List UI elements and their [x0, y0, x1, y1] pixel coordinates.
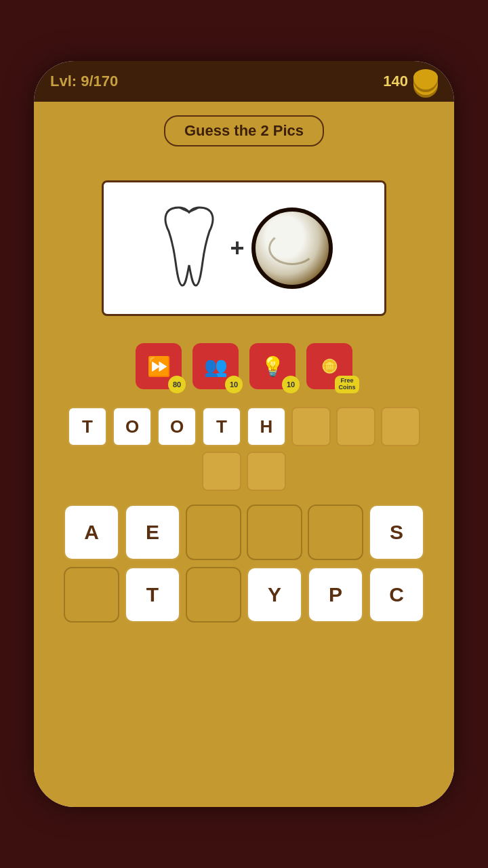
key-empty-5 [186, 567, 241, 623]
skip-hint-button[interactable]: ⏩ 80 [136, 343, 182, 389]
coin-stack-icon [413, 69, 438, 90]
skip-icon: ⏩ [147, 355, 171, 378]
answer-cell-2[interactable]: O [113, 407, 152, 446]
key-empty-4 [64, 567, 119, 623]
skip-badge: 80 [168, 376, 186, 393]
key-empty-2 [247, 505, 302, 560]
answer-cell-6[interactable] [291, 407, 331, 446]
key-empty-3 [308, 505, 363, 560]
reveal-badge: 10 [225, 376, 243, 393]
answer-cell-10[interactable] [247, 452, 286, 491]
reveal-hint-button[interactable]: 👥 10 [192, 343, 239, 389]
phone-frame: Lvl: 9/170 140 Guess the 2 Pics + [34, 61, 454, 807]
key-Y[interactable]: Y [247, 567, 302, 623]
key-C[interactable]: C [369, 567, 424, 623]
free-coins-button[interactable]: 🪙 FreeCoins [306, 343, 352, 389]
lightbulb-hint-button[interactable]: 💡 10 [249, 343, 296, 389]
coin-icon [413, 69, 438, 94]
answer-cell-3[interactable]: O [157, 407, 197, 446]
answer-row: T O O T H [68, 407, 420, 491]
game-area: Guess the 2 Pics + [34, 102, 454, 807]
key-T[interactable]: T [125, 567, 180, 623]
reveal-icon: 👥 [204, 355, 228, 378]
key-P[interactable]: P [308, 567, 363, 623]
answer-cell-4[interactable]: T [202, 407, 241, 446]
status-bar: Lvl: 9/170 140 [34, 61, 454, 102]
keyboard-row-1: A E S [64, 505, 424, 560]
level-indicator: Lvl: 9/170 [50, 73, 118, 90]
answer-cell-8[interactable] [381, 407, 420, 446]
hints-row: ⏩ 80 👥 10 💡 10 🪙 FreeCoins [136, 343, 352, 389]
keyboard-row-2: T Y P C [64, 567, 424, 623]
coins-count: 140 [383, 73, 408, 90]
image-container: + [102, 180, 386, 316]
title-badge: Guess the 2 Pics [164, 115, 324, 146]
key-E[interactable]: E [125, 505, 180, 560]
free-coins-badge: FreeCoins [335, 376, 359, 393]
lightbulb-icon: 💡 [261, 355, 285, 378]
answer-cell-1[interactable]: T [68, 407, 107, 446]
key-empty-1 [186, 505, 241, 560]
coins-area: 140 [383, 69, 438, 94]
free-coins-icon: 🪙 [321, 358, 338, 374]
game-title: Guess the 2 Pics [184, 122, 304, 139]
answer-cell-9[interactable] [202, 452, 241, 491]
plus-sign: + [230, 234, 244, 262]
keyboard-area: A E S T Y P C [64, 505, 424, 623]
cream-jar-image [251, 208, 333, 289]
tooth-image [155, 204, 223, 292]
key-A[interactable]: A [64, 505, 119, 560]
pics-area: + [110, 204, 378, 292]
answer-cell-5[interactable]: H [247, 407, 286, 446]
key-S[interactable]: S [369, 505, 424, 560]
answer-cell-7[interactable] [336, 407, 375, 446]
lightbulb-badge: 10 [282, 376, 300, 393]
